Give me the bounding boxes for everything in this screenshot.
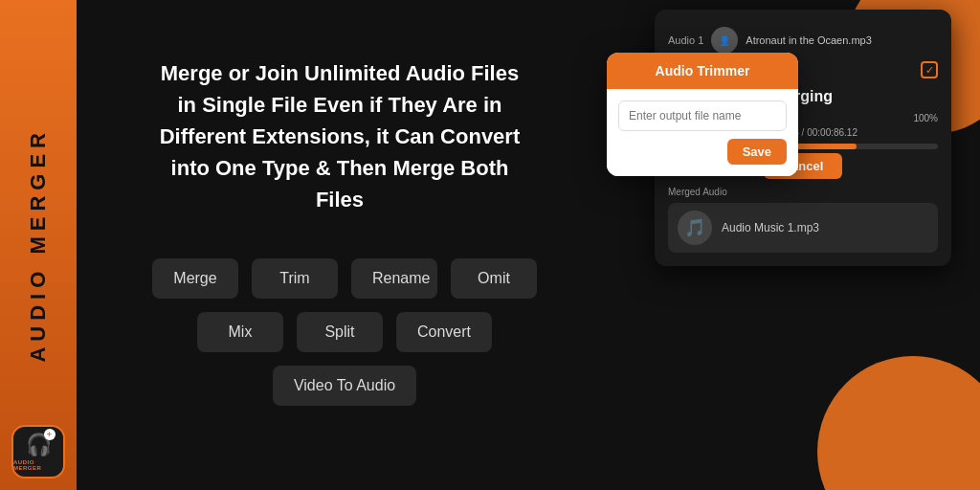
dialog-body: Save [607, 89, 798, 176]
progress-end-label: 100% [913, 113, 938, 123]
avatar-icon: 👤 [719, 35, 730, 46]
dialog-header: Audio Trimmer [607, 53, 798, 89]
sidebar-title: AUDIO MERGER [26, 127, 51, 363]
app-icon: 🎧 + AUDIO MERGER [11, 425, 65, 479]
dialog-title: Audio Trimmer [656, 63, 750, 78]
music-icon: 🎵 [678, 211, 712, 245]
plus-badge: + [44, 429, 56, 440]
output-filename-input[interactable] [618, 100, 787, 131]
merged-file-item: 🎵 Audio Music 1.mp3 [668, 203, 938, 253]
trim-button[interactable]: Trim [252, 258, 338, 299]
headline: Merge or Join Unlimited Audio Files in S… [153, 57, 526, 215]
audio-trimmer-dialog: Audio Trimmer Save [607, 53, 798, 176]
rename-button[interactable]: Rename [351, 258, 437, 299]
audio-1-label: Audio 1 [668, 34, 703, 46]
audio-1-avatar: 👤 [711, 27, 738, 54]
split-button[interactable]: Split [297, 312, 383, 352]
app-icon-label: AUDIO MERGER [13, 459, 63, 471]
omit-button[interactable]: Omit [451, 258, 537, 299]
button-row-1: Merge Trim Rename Omit [172, 258, 517, 299]
main-content: Merge or Join Unlimited Audio Files in S… [77, 0, 980, 490]
save-button[interactable]: Save [727, 139, 787, 165]
sidebar: AUDIO MERGER 🎧 + AUDIO MERGER [0, 0, 77, 490]
feature-buttons: Merge Trim Rename Omit Mix Split Convert… [172, 258, 517, 419]
check-badge: ✓ [921, 61, 938, 78]
left-text-area: Merge or Join Unlimited Audio Files in S… [153, 57, 526, 215]
merged-audio-label: Merged Audio [668, 187, 938, 197]
app-icon-inner: 🎧 + [26, 433, 52, 457]
button-row-3: Video To Audio [172, 366, 517, 406]
video-to-audio-button[interactable]: Video To Audio [273, 366, 416, 406]
convert-button[interactable]: Convert [396, 312, 492, 352]
audio-1-filename: Atronaut in the Ocaen.mp3 [746, 34, 871, 46]
file-item-1-left: Audio 1 👤 Atronaut in the Ocaen.mp3 [668, 27, 872, 54]
mockup-area: Audio Trimmer Save Audio 1 👤 Atronaut in… [578, 0, 980, 490]
mix-button[interactable]: Mix [197, 312, 283, 352]
merge-button[interactable]: Merge [152, 258, 238, 299]
button-row-2: Mix Split Convert [172, 312, 517, 352]
merged-audio-section: Merged Audio 🎵 Audio Music 1.mp3 [668, 187, 938, 253]
merged-file-name: Audio Music 1.mp3 [722, 221, 819, 234]
